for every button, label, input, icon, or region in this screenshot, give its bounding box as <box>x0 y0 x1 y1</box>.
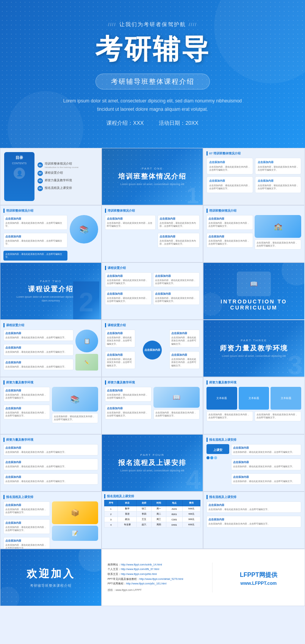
t3-card-1: 点击添加内容 点击添加内容，请在此处添加文本内容，点击即可编辑文字。 <box>206 215 253 230</box>
lfppt-brand-panel: LFPPT网提供 www.LFPPT.com <box>212 562 299 593</box>
faculty-header-3: 师资力量及教学环境 <box>206 380 301 385</box>
lfppt-links: 推荐网址：http://www.lfppt.com/sotrib_14.html… <box>108 562 205 593</box>
table-row-1: 1 数学 张三 周一 A101 500元 <box>105 506 200 512</box>
table-col-3: 老师 <box>137 500 152 506</box>
table-row-4: 4 专业课 赵六 周四 D401 600元 <box>105 522 200 528</box>
slide-lfppt: 推荐网址：http://www.lfppt.com/sotrib_14.html… <box>102 549 305 606</box>
part-two-number: 2 <box>73 281 99 320</box>
text-box-1: 文本标题 <box>206 387 237 410</box>
overview-box-3: 点击添加内容 点击添加内容，请在此处添加文本内容，点击即可编辑文字。 <box>206 176 253 193</box>
reg-card-2: 点击添加内容 点击添加内容，请在此处添加文本内容，点击即可编辑文字。 <box>231 459 301 470</box>
table-col-1: 序号 <box>105 500 118 506</box>
toc-text-3: 师资力量及教学环境 <box>45 179 72 182</box>
faculty-header-4: 师资力量及教学环境 <box>3 438 98 442</box>
circle-card-1: 点击添加内容 点击添加内容，请在此处添加文本内容，点击即可编辑文字。 <box>105 330 135 347</box>
part-one-title: 培训班整体情况介绍 <box>118 172 186 181</box>
part-three-title: 师资力量及教学环境 <box>220 344 288 353</box>
slide-registration-3: 报名流程及上课安排 点击添加内容 点击添加内容，请在此处添加文本内容，点击即可编… <box>203 492 305 549</box>
faculty2-card-3: 点击添加内容，请在此处添加文本内容，点击即可编辑文字。 <box>153 409 200 419</box>
table-col-2: 科目 <box>117 500 137 506</box>
reg3-card-1: 点击添加内容 点击添加内容，请在此处添加文本内容，点击即可编辑文字。 <box>206 501 301 513</box>
reg-header-3: 报名流程及上课安排 <box>206 495 301 499</box>
lfppt-link-1: 推荐网址：http://www.lfppt.com/sotrib_14.html <box>108 562 205 567</box>
reg-card-1: 点击添加内容 点击添加内容，请在此处添加文本内容，点击即可编辑文字。 <box>231 444 301 456</box>
part-four-subtitle: Lorem ipsum dolor sit amet, consectetuer… <box>120 469 184 473</box>
slide-registration-2: 报名流程及上课安排 点击添加内容 点击添加内容，请在此处添加文本内容，点击即可编… <box>0 492 102 549</box>
part-three-subtitle: Lorem ipsum dolor sit amet, consectetuer… <box>222 354 286 358</box>
slide-course-3: 课程设置介绍 点击添加内容 点击添加内容 点击添加内容，请在此处添加文本内容，点… <box>102 320 203 377</box>
part-four-number: 4 <box>186 465 201 492</box>
reg-header-2: 报名流程及上课安排 <box>3 495 98 499</box>
slide-course-1: 课程设置介绍 点击添加内容 点击添加内容，请在此处添加文本内容，点击即可编辑文字… <box>102 262 203 320</box>
hero-top-label: 让我们为考研者保驾护航 <box>108 21 197 28</box>
lfppt-footer: 授权：www.lfppt.com LFPPT <box>108 588 205 593</box>
faculty2-card-1: 点击添加内容 点击添加内容，请在此处添加文本内容，点击即可编辑文字。 <box>105 387 152 402</box>
text-box-3: 文本标题 <box>271 387 301 410</box>
toc-item-1: 01 培训班整体情况介绍Introduction to the training… <box>38 162 97 168</box>
lfppt-website: www.LFPPT.com <box>241 581 277 586</box>
slide-table: 报名流程及上课安排 序号 科目 老师 时间 地点 费用 1 数学 张三 周一 <box>102 492 203 549</box>
toc-text-1: 培训班整体情况介绍 <box>45 162 78 166</box>
slide-training-3: 培训班整体情况介绍 点击添加内容 点击添加内容，请在此处添加文本内容，点击即可编… <box>203 205 305 262</box>
course-card-2: 点击添加内容 点击添加内容，请在此处添加文本内容，点击即可编辑文字。 <box>153 272 200 287</box>
slide-intro-curriculum: 📖 INTRODUCTION TO CURRICULUM <box>203 262 305 320</box>
training-card-4: 点击添加内容 点击添加内容，请在此处添加文本内容，点击即可编辑文字。 <box>158 215 200 230</box>
reg-img-1: 📦 <box>52 501 99 524</box>
overview-box-1: 点击添加内容 点击添加内容，请在此处添加文本内容，点击即可编辑文字。 <box>206 158 253 174</box>
t3-card-3: 点击添加内容，请在此处添加文本内容，点击即可编辑文字。 <box>255 239 301 250</box>
course-card-4: 点击添加内容 点击添加内容，请在此处添加文本内容，点击即可编辑文字。 <box>153 290 200 305</box>
table-col-4: 时间 <box>152 500 166 506</box>
slide-part-four: PART FOUR 报名流程及上课安排 Lorem ipsum dolor si… <box>102 434 203 492</box>
slide-row-5: 师资力量及教学环境 点击添加内容 点击添加内容，请在此处添加文本内容，点击即可编… <box>0 377 305 434</box>
slide-row-7: 报名流程及上课安排 点击添加内容 点击添加内容，请在此处添加文本内容，点击即可编… <box>0 492 305 549</box>
slide-row-6: 师资力量及教学环境 点击添加内容 点击添加内容，请在此处添加文本内容，点击即可编… <box>0 434 305 492</box>
c2-card-2: 点击添加内容 点击添加内容，请在此处添加文本内容，点击即可编辑文字。 <box>3 344 74 355</box>
part-three-label: PART THREE <box>241 339 267 342</box>
toc-num-4: 04 <box>38 186 43 191</box>
training-header-1: 培训班整体情况介绍 <box>3 209 98 213</box>
course-card-3: 点击添加内容 点击添加内容，请在此处添加文本内容，点击即可编辑文字。 <box>105 290 152 305</box>
reg2-card-1: 点击添加内容 点击添加内容，请在此处添加文本内容，点击即可编辑文字。 <box>3 501 50 516</box>
course-img-1: 📋 <box>75 330 98 352</box>
reg-img-2: 📝 <box>52 526 99 541</box>
overview-box-title-4: 点击添加内容 <box>258 179 299 183</box>
hero-section: 让我们为考研者保驾护航 考研辅导 考研辅导班整体课程介绍 Lorem ipsum… <box>0 0 305 148</box>
faculty-img-2: 📖 <box>153 387 200 408</box>
schedule-table: 序号 科目 老师 时间 地点 费用 1 数学 张三 周一 A101 500元 <box>104 500 200 528</box>
course-card-1: 点击添加内容 点击添加内容，请在此处添加文本内容，点击即可编辑文字。 <box>105 272 152 287</box>
faculty-img-1: 📚 <box>52 387 99 412</box>
faculty-card-2: 点击添加内容 点击添加内容，请在此处添加文本内容，点击即可编辑文字。 <box>3 405 50 419</box>
course-header-2: 课程设置介绍 <box>3 323 98 327</box>
hero-meta: 课程介绍：XXX 活动日期：20XX <box>106 120 198 127</box>
overview-header-1: 07 培训班整体情况介绍 <box>206 151 301 156</box>
slide-row-4: 课程设置介绍 点击添加内容 点击添加内容，请在此处添加文本内容，点击即可编辑文字… <box>0 320 305 377</box>
slide-row-8: 欢迎加入 考研辅导班整体课程介绍 推荐网址：http://www.lfppt.c… <box>0 549 305 606</box>
part-three-number: 3 <box>288 350 302 377</box>
slide-training-1: 培训班整体情况介绍 点击添加内容 点击添加内容，请在此处添加文本内容，点击即可编… <box>0 205 102 262</box>
table-col-6: 费用 <box>183 500 200 506</box>
hero-desc: Lorem ipsum dolor sit amet, consectetuer… <box>58 97 247 113</box>
lfppt-link-4: PPT常见问题及修改教程：http://www.lfppt.com/detail… <box>108 577 205 582</box>
training-card-3: 点击添加内容 点击添加内容，请在此处添加文本内容，点击即可编辑文字。 <box>105 215 156 230</box>
reg2-card-3: 点击添加内容 点击添加内容，请在此处添加文本内容，点击即可编辑文字。 <box>3 537 50 549</box>
overview-box-text-2: 点击添加内容，请在此处添加文本内容，点击即可编辑文字。 <box>258 165 299 172</box>
curriculum-img: 📖 <box>237 272 271 296</box>
training-blue-block: 点击添加内容，请在此处添加文本内容，点击即可编辑文字。 <box>3 251 67 261</box>
slide-registration-1: 报名流程及上课安排 上课安 点击添加内容 点击添加内容，请在此处添加文本内容，点… <box>203 434 305 492</box>
faculty4-card-1: 点击添加内容 点击添加内容，请在此处添加文本内容，点击即可编辑文字。 <box>3 444 98 456</box>
table-row-2: 2 英语 李四 周二 B201 400元 <box>105 512 200 517</box>
toc-left-panel: 目录 CONTENTS 👤 <box>4 152 34 201</box>
shang-ke-badge: 上课安 <box>206 444 229 454</box>
slide-part-one: PART ONE 培训班整体情况介绍 Lorem ipsum dolor sit… <box>102 148 203 205</box>
toc-text-2: 课程设置介绍 <box>45 171 63 175</box>
slide-toc: 目录 CONTENTS 👤 01 培训班整体情况介绍Introduction t… <box>0 148 102 205</box>
overview-box-text-1: 点击添加内容，请在此处添加文本内容，点击即可编辑文字。 <box>209 165 250 172</box>
training-image-1: 📚 <box>70 215 98 257</box>
slide-row-3: PART TWO 课程设置介绍 Lorem ipsum dolor sit am… <box>0 262 305 320</box>
toc-item-4: 04 报名流程及上课安排 <box>38 186 97 191</box>
part-one-label: PART ONE <box>142 167 163 170</box>
course-header-3: 课程设置介绍 <box>105 323 200 327</box>
hero-banner: 考研辅导班整体课程介绍 <box>95 74 210 90</box>
circle-card-3: 点击添加内容 点击添加内容，请在此处添加文本内容，点击即可编辑文字。 <box>105 351 135 369</box>
toc-item-3: 03 师资力量及教学环境 <box>38 178 97 184</box>
